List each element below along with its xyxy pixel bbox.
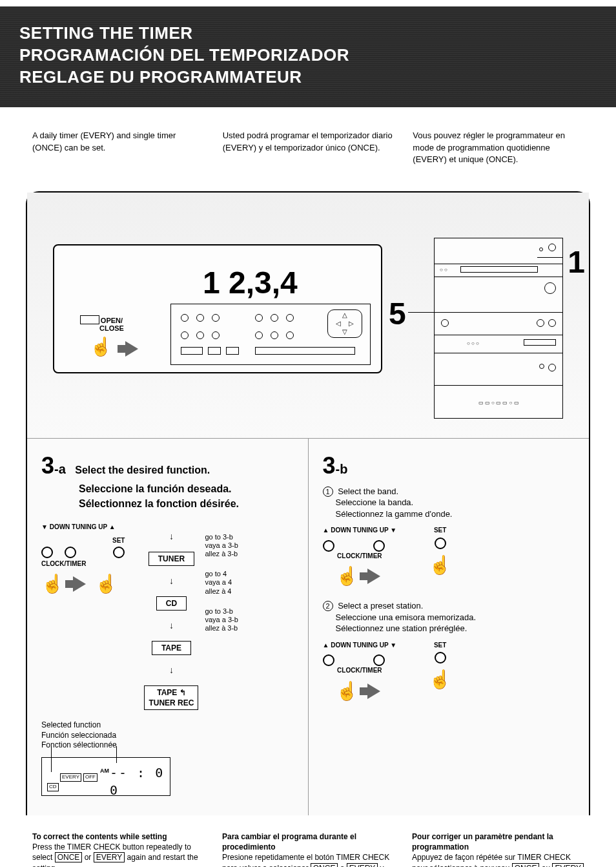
selected-es: Función seleccionada (41, 731, 294, 741)
step-3b: 3-b 1 Select the band. Seleccione la ban… (308, 439, 590, 815)
tuning-label-b2: ▲ DOWN TUNING UP ▼ (323, 641, 397, 650)
hand-icon (336, 564, 358, 589)
step-3a-number: 3 (41, 452, 54, 479)
footer-notes: To correct the contents while setting Pr… (0, 815, 616, 867)
clock-timer-b1: CLOCK/TIMER (323, 552, 397, 561)
intro-text: A daily timer (EVERY) and single timer (… (0, 107, 616, 178)
selected-fr: Fonction sélectionnée (41, 740, 294, 751)
intro-es: Usted podrá programar el temporizador di… (223, 130, 394, 165)
display-every: EVERY (60, 773, 81, 782)
func-tape-rec: TAPE ↰ TUNER REC (144, 685, 198, 710)
arrow-right-icon (125, 341, 138, 357)
step-numbers-label: 1 2,3,4 (203, 265, 298, 300)
clock-timer-b2: CLOCK/TIMER (323, 666, 397, 675)
3b-item1-es: Seleccione la banda. (323, 497, 414, 508)
arrow-right-icon (367, 684, 380, 699)
set-label-b2: SET (429, 641, 451, 650)
goto-tuner: go to 3-b vaya a 3-b allez à 3-b (205, 533, 238, 559)
step-3b-sub: -b (336, 462, 348, 476)
3b-item2-en: Select a preset station. (338, 601, 423, 611)
display-cd: CD (47, 783, 59, 791)
circled-1: 1 (323, 486, 333, 497)
header-line-es: PROGRAMACIÓN DEL TEMPORIZADOR (19, 45, 597, 67)
header-line-fr: REGLAGE DU PROGRAMMATEUR (19, 67, 597, 89)
step-3a: 3-a Select the desired function. Selecci… (27, 439, 308, 815)
set-label-b1: SET (429, 526, 451, 535)
tuning-label: ▼ DOWN TUNING UP ▲ (41, 523, 125, 532)
footer-en: To correct the contents while setting Pr… (32, 831, 204, 867)
footer-fr: Pour corriger un paramètre pendant la pr… (412, 831, 584, 867)
hand-icon (429, 553, 451, 578)
arrow-right-icon (367, 569, 380, 584)
intro-fr: Vous pouvez régler le programmateur en m… (413, 130, 584, 165)
selected-en: Selected function (41, 720, 294, 731)
hand-icon (90, 336, 112, 357)
3b-item1-fr: Sélectionnez la gamme d'onde. (323, 508, 453, 520)
hand-icon (95, 572, 118, 596)
3b-item2-fr: Sélectionnez une station préréglée. (323, 623, 467, 634)
tuning-label-b1: ▲ DOWN TUNING UP ▼ (323, 526, 397, 535)
hand-icon (429, 667, 451, 692)
display-off: OFF (83, 773, 98, 782)
display-time: -- : 0 0 (110, 764, 170, 799)
func-cd: CD (156, 596, 187, 611)
step-3a-head-en: Select the desired function. (75, 465, 210, 475)
circled-2: 2 (323, 601, 333, 611)
set-label: SET (112, 536, 125, 545)
hand-icon (41, 572, 64, 596)
step-3b-number: 3 (323, 452, 336, 479)
section-header: SETTING THE TIMER PROGRAMACIÓN DEL TEMPO… (0, 6, 616, 107)
step-3a-head-es: Seleccione la función deseada. (41, 482, 294, 496)
diagram-container: 1 2,3,4 OPEN/ CLOSE △ ◁ ▷ ▽ (26, 191, 590, 815)
display-panel: CD EVERY OFF AM -- : 0 0 (41, 757, 170, 796)
3b-item1-en: Select the band. (338, 486, 398, 496)
intro-en: A daily timer (EVERY) and single timer (… (32, 130, 203, 165)
equipment-diagram: 1 2,3,4 OPEN/ CLOSE △ ◁ ▷ ▽ (27, 193, 589, 438)
callout-5: 5 (389, 296, 406, 331)
open-close-label: OPEN/ CLOSE (99, 317, 124, 332)
header-line-en: SETTING THE TIMER (19, 23, 597, 45)
arrow-right-icon (73, 576, 86, 592)
footer-es: Para cambiar el programa durante el proc… (222, 831, 394, 867)
callout-1: 1 (568, 244, 585, 280)
hand-icon (336, 679, 358, 704)
func-tape: TAPE (152, 641, 191, 655)
step-3a-sub: -a (54, 462, 66, 476)
footer-en-title: To correct the contents while setting (32, 831, 204, 842)
3b-item2-es: Seleccione una emisora memorizada. (323, 612, 477, 623)
func-tuner: TUNER (149, 552, 194, 566)
goto-tape: go to 3-b vaya a 3-b allez à 3-b (205, 607, 238, 633)
clock-timer-label: CLOCK/TIMER (41, 559, 125, 569)
goto-cd: go to 4 vaya a 4 allez à 4 (205, 570, 238, 596)
step-row: 3-a Select the desired function. Selecci… (27, 438, 589, 815)
footer-es-title: Para cambiar el programa durante el proc… (222, 831, 394, 852)
display-am: AM (100, 767, 109, 775)
step-3a-head-fr: Sélectionnez la fonction désirée. (41, 497, 294, 511)
footer-fr-title: Pour corriger un paramètre pendant la pr… (412, 831, 584, 852)
